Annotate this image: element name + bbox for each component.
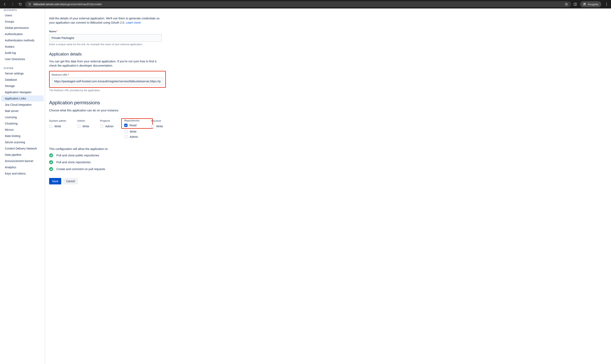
nav-reload-button[interactable]	[17, 1, 23, 7]
perm-header-system-admin: System admin	[49, 119, 77, 122]
perm-checkbox-repositories-read[interactable]	[124, 124, 127, 127]
name-label: Name*	[49, 30, 211, 33]
repositories-read-highlight: Repositories Read	[121, 118, 153, 129]
sidebar-item-application-navigator[interactable]: Application Navigator	[1, 89, 44, 95]
sidebar-item-announcement-banner[interactable]: Announcement banner	[1, 158, 44, 164]
redirect-url-highlight: Redirect URL*	[49, 71, 166, 88]
cancel-button[interactable]: Cancel	[63, 178, 78, 184]
permissions-grid: System admin Write Admin Write Projects …	[49, 119, 211, 141]
perm-header-admin: Admin	[77, 119, 100, 122]
bookmark-star-icon[interactable]	[564, 2, 568, 6]
sidebar-item-analytics[interactable]: Analytics	[1, 164, 44, 170]
save-button[interactable]: Save	[49, 178, 61, 184]
perm-option-account-write: Write	[151, 125, 177, 128]
name-input[interactable]	[49, 34, 162, 42]
address-url: bitbucket-server.com.lo/plugins/servlet/…	[34, 3, 102, 6]
sidebar-item-server-settings[interactable]: Server settings	[1, 70, 44, 77]
perm-col-admin: Admin Write	[77, 119, 100, 141]
check-circle-icon	[49, 153, 53, 157]
sidebar-item-mirrors[interactable]: Mirrors	[1, 127, 44, 133]
incognito-label: Incognito	[588, 3, 598, 6]
perm-option-label: Write	[83, 125, 89, 128]
permissions-summary-list: Pull and clone public repositoriesPull a…	[49, 153, 211, 171]
check-circle-icon	[49, 167, 53, 171]
sidebar-item-avatars[interactable]: Avatars	[1, 44, 44, 50]
perm-col-repositories: Repositories Read WriteAdmin	[125, 119, 151, 141]
sidebar-item-authentication-methods[interactable]: Authentication methods	[1, 37, 44, 43]
perm-checkbox-repositories-admin[interactable]	[125, 135, 128, 138]
application-permissions-heading: Application permissions	[49, 100, 211, 105]
perm-checkbox-projects-admin[interactable]	[100, 125, 103, 128]
sidebar-item-storage[interactable]: Storage	[1, 83, 44, 89]
perm-checkbox-account-write[interactable]	[151, 125, 154, 128]
perm-option-label: Write	[156, 125, 163, 128]
permissions-summary-text: Pull and clone repositories	[56, 161, 91, 164]
sidebar-item-content-delivery-network[interactable]: Content Delivery Network	[1, 145, 44, 152]
permissions-summary-item: Create and comment on pull requests	[49, 167, 211, 171]
admin-sidebar: ACCOUNTS UsersGroupsGlobal permissionsAu…	[0, 9, 45, 364]
sidebar-item-users[interactable]: Users	[1, 12, 44, 18]
svg-rect-2	[574, 3, 577, 5]
perm-option-repositories-read: Read	[124, 124, 150, 127]
site-controls-icon[interactable]	[28, 2, 31, 6]
application-permissions-description: Choose what this application can do on y…	[49, 108, 162, 113]
sidebar-item-application-links[interactable]: Application Links	[1, 95, 44, 102]
sidebar-item-database[interactable]: Database	[1, 77, 44, 83]
permissions-summary-intro: This configuration will allow the applic…	[49, 147, 211, 151]
perm-checkbox-system-admin-write[interactable]	[49, 125, 52, 128]
permissions-summary-item: Pull and clone repositories	[49, 160, 211, 164]
main-content: Add the details of your external applica…	[45, 9, 611, 364]
sidebar-item-rate-limiting[interactable]: Rate limiting	[1, 133, 44, 139]
perm-checkbox-repositories-write[interactable]	[125, 130, 128, 133]
perm-option-repositories-admin: Admin	[125, 135, 151, 138]
perm-header-account: Account	[151, 119, 177, 122]
perm-header-projects: Projects	[100, 119, 125, 122]
redirect-url-help-text: The Redirect URL provided by the applica…	[49, 89, 211, 92]
incognito-icon	[583, 2, 586, 6]
nav-forward-button[interactable]	[10, 1, 15, 7]
sidebar-heading-system: SYSTEM	[0, 65, 45, 70]
redirect-url-label: Redirect URL*	[52, 73, 163, 76]
sidebar-item-clustering[interactable]: Clustering	[1, 120, 44, 127]
nav-back-button[interactable]	[2, 1, 8, 7]
svg-point-6	[606, 5, 607, 6]
perm-col-projects: Projects Admin	[100, 119, 125, 141]
svg-point-0	[29, 3, 29, 4]
permissions-summary-text: Create and comment on pull requests	[56, 168, 105, 171]
perm-option-admin-write: Write	[77, 125, 100, 128]
perm-option-label: Write	[54, 125, 61, 128]
sidebar-item-keys-and-tokens[interactable]: Keys and tokens	[1, 170, 44, 177]
sidebar-item-mail-server[interactable]: Mail server	[1, 108, 44, 114]
browser-menu-button[interactable]	[604, 3, 609, 6]
address-bar[interactable]: bitbucket-server.com.lo/plugins/servlet/…	[25, 1, 571, 7]
perm-option-label: Admin	[130, 135, 138, 138]
intro-text: Add the details of your external applica…	[49, 12, 162, 25]
sidebar-item-licensing[interactable]: Licensing	[1, 114, 44, 120]
learn-more-link[interactable]: Learn more	[126, 21, 141, 24]
perm-option-repositories-write: Write	[125, 130, 151, 133]
svg-point-1	[30, 5, 30, 5]
sidebar-item-data-pipeline[interactable]: Data pipeline	[1, 152, 44, 158]
application-details-description: You can get this data from your external…	[49, 59, 162, 68]
svg-point-5	[606, 4, 607, 4]
sidebar-heading-accounts: ACCOUNTS	[0, 9, 45, 12]
perm-option-system-admin-write: Write	[49, 125, 77, 128]
perm-checkbox-admin-write[interactable]	[77, 125, 80, 128]
perm-header-repositories: Repositories	[124, 119, 150, 122]
perm-option-label: Write	[130, 130, 137, 133]
sidebar-item-jira-cloud-integration[interactable]: Jira Cloud integration	[1, 102, 44, 108]
panel-icon[interactable]	[573, 2, 577, 6]
redirect-url-input[interactable]	[52, 78, 163, 85]
application-details-heading: Application details	[49, 52, 211, 56]
perm-col-system-admin: System admin Write	[49, 119, 77, 141]
sidebar-item-user-directories[interactable]: User Directories	[1, 56, 44, 62]
perm-option-label: Read	[129, 124, 137, 127]
name-help-text: Enter a unique name for this link, for e…	[49, 43, 211, 46]
perm-option-projects-admin: Admin	[100, 125, 125, 128]
sidebar-item-authentication[interactable]: Authentication	[1, 31, 44, 37]
sidebar-item-secret-scanning[interactable]: Secret scanning	[1, 139, 44, 145]
sidebar-item-groups[interactable]: Groups	[1, 19, 44, 25]
sidebar-item-audit-log[interactable]: Audit log	[1, 50, 44, 56]
sidebar-item-global-permissions[interactable]: Global permissions	[1, 25, 44, 31]
incognito-indicator[interactable]: Incognito	[580, 1, 601, 7]
